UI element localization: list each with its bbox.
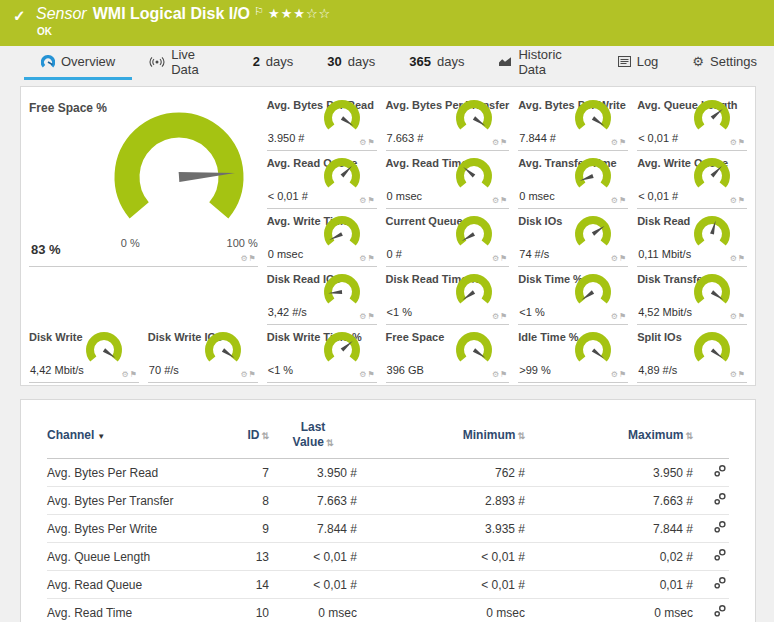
gauge-avg-bytes-per-write: Avg. Bytes Per Write 7.844 # ⚙⚑: [518, 93, 628, 151]
gear-icon[interactable]: ⚙: [730, 138, 738, 147]
sensor-overview-page: ✓ SensorWMI Logical Disk I/O⚐ ★★★☆☆ OK O…: [0, 0, 774, 622]
gear-icon[interactable]: ⚙: [611, 254, 619, 263]
tab-live-data[interactable]: Live Data: [132, 46, 235, 80]
gear-icon[interactable]: ⚙: [240, 254, 248, 263]
gear-icon[interactable]: ⚙: [730, 312, 738, 321]
tab-number: 365: [409, 54, 431, 69]
pin-icon[interactable]: ⚑: [619, 196, 627, 205]
gear-icon[interactable]: ⚙: [492, 254, 500, 263]
pin-icon[interactable]: ⚑: [130, 370, 138, 379]
pin-icon[interactable]: ⚑: [367, 196, 375, 205]
pin-icon[interactable]: ⚑: [738, 196, 746, 205]
channel-settings-icon[interactable]: [713, 492, 727, 509]
channel-last-value: 3.950 #: [269, 466, 357, 480]
gauge-disk-ios: Disk IOs 74 #/s ⚙⚑: [518, 209, 628, 267]
gauge-value: 74 #/s: [519, 248, 549, 260]
column-header-last-value[interactable]: LastValue⇅: [269, 420, 357, 450]
tab-label: Log: [637, 54, 659, 69]
channel-last-value: 7.844 #: [269, 522, 357, 536]
tab-label: Settings: [710, 54, 757, 69]
page-title: WMI Logical Disk I/O: [93, 5, 250, 22]
channel-maximum: 0,02 #: [525, 550, 693, 564]
flag-icon[interactable]: ⚐: [254, 5, 264, 17]
tab-30-days[interactable]: 30 days: [310, 46, 392, 80]
pin-icon[interactable]: ⚑: [367, 312, 375, 321]
channel-maximum: 3.950 #: [525, 466, 693, 480]
pin-icon[interactable]: ⚑: [367, 254, 375, 263]
pin-icon[interactable]: ⚑: [619, 254, 627, 263]
pin-icon[interactable]: ⚑: [367, 138, 375, 147]
sort-icon: ⇅: [261, 431, 269, 441]
gear-icon[interactable]: ⚙: [730, 254, 738, 263]
gear-icon[interactable]: ⚙: [492, 138, 500, 147]
channel-settings-icon[interactable]: [713, 548, 727, 565]
gauge-scale-max: 100 %: [227, 237, 258, 249]
channel-name: Avg. Bytes Per Transfer: [47, 494, 217, 508]
channel-settings-icon[interactable]: [713, 604, 727, 621]
gauge-dial: [690, 97, 734, 141]
channel-settings-icon[interactable]: [713, 520, 727, 537]
gear-icon[interactable]: ⚙: [611, 196, 619, 205]
tab-settings[interactable]: ⚙ Settings: [675, 46, 774, 80]
gauge-dial: [690, 155, 734, 199]
gauge-dial: [571, 97, 615, 141]
gauge-value: 4,42 Mbit/s: [30, 364, 84, 376]
tab-overview[interactable]: Overview: [24, 46, 132, 80]
pin-icon[interactable]: ⚑: [619, 312, 627, 321]
pin-icon[interactable]: ⚑: [738, 312, 746, 321]
gauge-split-ios: Split IOs 4,89 #/s ⚙⚑: [637, 325, 747, 383]
table-row: Avg. Bytes Per Read 7 3.950 # 762 # 3.95…: [47, 459, 729, 487]
gear-icon[interactable]: ⚙: [730, 196, 738, 205]
tab-historic-data[interactable]: Historic Data: [481, 46, 600, 80]
column-header-id[interactable]: ID⇅: [217, 428, 269, 443]
gauge-dial: [571, 155, 615, 199]
sort-icon: ⇅: [685, 431, 693, 441]
gauge-value: 0 msec: [519, 190, 554, 202]
tab-365-days[interactable]: 365 days: [392, 46, 481, 80]
gear-icon[interactable]: ⚙: [611, 138, 619, 147]
pin-icon[interactable]: ⚑: [738, 254, 746, 263]
tab-number: 30: [327, 54, 341, 69]
pin-icon[interactable]: ⚑: [500, 196, 508, 205]
gauge-dial: [571, 329, 615, 373]
gauge-disk-transfer: Disk Transfer 4,52 Mbit/s ⚙⚑: [637, 267, 747, 325]
gear-icon[interactable]: ⚙: [730, 370, 738, 379]
pin-icon[interactable]: ⚑: [500, 138, 508, 147]
priority-stars[interactable]: ★★★☆☆: [268, 6, 331, 21]
gauge-avg-read-time: Avg. Read Time 0 msec ⚙⚑: [386, 151, 510, 209]
gauge-value: 70 #/s: [149, 364, 179, 376]
gauge-dial: 0 % 100 %: [104, 99, 254, 249]
pin-icon[interactable]: ⚑: [619, 138, 627, 147]
gear-icon[interactable]: ⚙: [492, 312, 500, 321]
gear-icon: ⚙: [692, 55, 704, 68]
pin-icon[interactable]: ⚑: [500, 370, 508, 379]
pin-icon[interactable]: ⚑: [619, 370, 627, 379]
column-header-maximum[interactable]: Maximum⇅: [525, 428, 693, 443]
gauge-disk-read: Disk Read 0,11 Mbit/s ⚙⚑: [637, 209, 747, 267]
gauge-disk-time-percent: Disk Time % <1 % ⚙⚑: [518, 267, 628, 325]
gear-icon[interactable]: ⚙: [611, 312, 619, 321]
gear-icon[interactable]: ⚙: [492, 196, 500, 205]
pin-icon[interactable]: ⚑: [249, 370, 257, 379]
gear-icon[interactable]: ⚙: [611, 370, 619, 379]
tab-log[interactable]: Log: [601, 46, 676, 80]
pin-icon[interactable]: ⚑: [249, 254, 257, 263]
channel-settings-icon[interactable]: [713, 464, 727, 481]
column-header-minimum[interactable]: Minimum⇅: [357, 428, 525, 443]
gauge-icon: [41, 55, 55, 69]
pin-icon[interactable]: ⚑: [738, 370, 746, 379]
gear-icon[interactable]: ⚙: [492, 370, 500, 379]
tab-2-days[interactable]: 2 days: [236, 46, 311, 80]
gauge-disk-write-time-percent: Disk Write Time % <1 % ⚙⚑: [267, 325, 377, 383]
channel-name: Avg. Read Queue: [47, 578, 217, 592]
column-header-channel[interactable]: Channel▼: [47, 428, 217, 443]
pin-icon[interactable]: ⚑: [738, 138, 746, 147]
pin-icon[interactable]: ⚑: [500, 312, 508, 321]
gauge-value: < 0,01 #: [268, 190, 308, 202]
pin-icon[interactable]: ⚑: [367, 370, 375, 379]
gear-icon[interactable]: ⚙: [240, 370, 248, 379]
pin-icon[interactable]: ⚑: [500, 254, 508, 263]
gear-icon[interactable]: ⚙: [122, 370, 130, 379]
gauge-dial: [690, 271, 734, 315]
channel-settings-icon[interactable]: [713, 576, 727, 593]
